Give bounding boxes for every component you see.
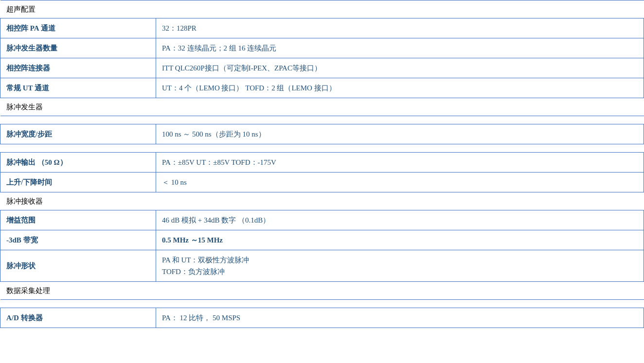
row-label: 上升/下降时间 [0, 173, 156, 192]
row-label: 常规 UT 通道 [0, 78, 156, 98]
section-header-cell: 脉冲发生器 [0, 98, 644, 116]
row-value: PA： 12 比特， 50 MSPS [156, 308, 644, 328]
section-header-cell: 脉冲接收器 [0, 192, 644, 210]
row-value: ITT QLC260P接口（可定制I-PEX、ZPAC等接口） [156, 58, 644, 78]
row-label: 脉冲发生器数量 [0, 38, 156, 58]
empty-row-cell [0, 300, 644, 308]
row-value: ＜ 10 ns [156, 173, 644, 192]
row-value: 0.5 MHz ～15 MHz [156, 230, 644, 250]
section-header-cell: 数据采集处理 [0, 282, 644, 300]
row-value-line: TOFD：负方波脉冲 [162, 266, 638, 277]
row-label: A/D 转换器 [0, 308, 156, 328]
row-label: 相控阵 PA 通道 [0, 18, 156, 38]
spec-table: 超声配置相控阵 PA 通道32：128PR脉冲发生器数量PA：32 连续晶元；2… [0, 0, 644, 328]
empty-row-cell [0, 116, 644, 124]
row-label: 增益范围 [0, 210, 156, 230]
row-value-line: PA 和 UT：双极性方波脉冲 [162, 254, 638, 266]
row-value: 46 dB 模拟 + 34dB 数字 （0.1dB） [156, 210, 644, 230]
row-label: -3dB 带宽 [0, 230, 156, 250]
row-value: 100 ns ～ 500 ns（步距为 10 ns） [156, 124, 644, 144]
row-value: 32：128PR [156, 18, 644, 38]
section-header-cell: 超声配置 [0, 0, 644, 18]
row-value: PA：±85V UT：±85V TOFD：-175V [156, 153, 644, 173]
row-label: 脉冲形状 [0, 250, 156, 282]
row-label: 脉冲宽度/步距 [0, 124, 156, 144]
row-label: 脉冲输出 （50 Ω） [0, 153, 156, 173]
row-value: UT：4 个（LEMO 接口） TOFD：2 组（LEMO 接口） [156, 78, 644, 98]
row-label: 相控阵连接器 [0, 58, 156, 78]
row-value: PA：32 连续晶元；2 组 16 连续晶元 [156, 38, 644, 58]
row-value-multiline: PA 和 UT：双极性方波脉冲TOFD：负方波脉冲 [156, 250, 644, 282]
empty-row-cell [0, 144, 644, 153]
